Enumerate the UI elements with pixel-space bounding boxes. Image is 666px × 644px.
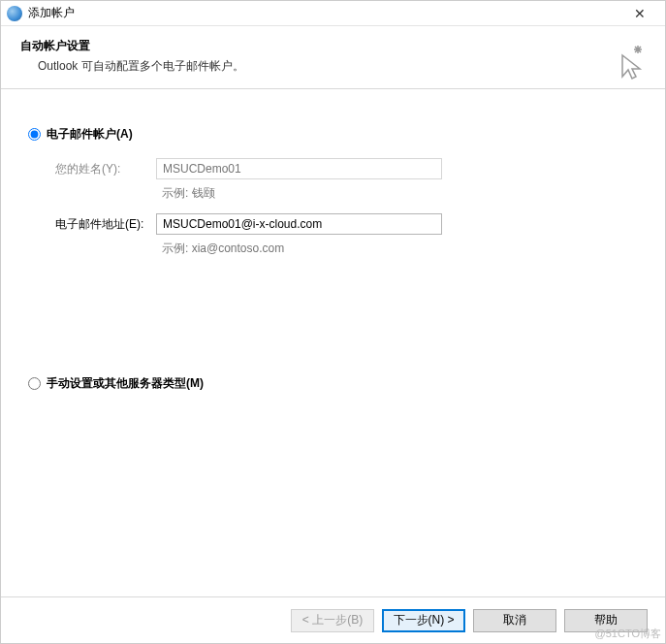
app-icon	[7, 6, 22, 21]
example-email: 示例: xia@contoso.com	[156, 239, 638, 269]
radio-manual-label: 手动设置或其他服务器类型(M)	[47, 375, 204, 392]
cursor-sparkle-icon	[609, 44, 648, 82]
label-email: 电子邮件地址(E):	[55, 216, 156, 233]
window-title: 添加帐户	[28, 5, 620, 21]
radio-email-label: 电子邮件帐户(A)	[47, 126, 133, 143]
label-name: 您的姓名(Y):	[55, 161, 156, 177]
help-button[interactable]: 帮助	[564, 609, 648, 632]
radio-manual-setup[interactable]	[28, 377, 41, 390]
email-form: 您的姓名(Y): 示例: 钱颐 电子邮件地址(E): 示例: xia@conto…	[55, 158, 638, 269]
back-button: < 上一步(B)	[291, 609, 374, 632]
option-email-account[interactable]: 电子邮件帐户(A)	[28, 126, 638, 143]
input-name	[156, 158, 442, 179]
header-heading: 自动帐户设置	[20, 38, 646, 54]
input-email[interactable]	[156, 213, 442, 235]
header-subheading: Outlook 可自动配置多个电子邮件帐户。	[38, 58, 646, 75]
radio-email-account[interactable]	[28, 128, 41, 141]
wizard-footer: < 上一步(B) 下一步(N) > 取消 帮助	[1, 596, 665, 643]
close-button[interactable]: ✕	[620, 1, 659, 26]
option-manual-setup[interactable]: 手动设置或其他服务器类型(M)	[28, 375, 638, 392]
titlebar: 添加帐户 ✕	[1, 1, 665, 26]
close-icon: ✕	[634, 6, 646, 21]
example-name: 示例: 钱颐	[156, 183, 638, 213]
cancel-button[interactable]: 取消	[473, 609, 556, 632]
row-name: 您的姓名(Y):	[55, 158, 638, 179]
wizard-header: 自动帐户设置 Outlook 可自动配置多个电子邮件帐户。	[1, 26, 665, 89]
next-button[interactable]: 下一步(N) >	[382, 609, 465, 632]
wizard-content: 电子邮件帐户(A) 您的姓名(Y): 示例: 钱颐 电子邮件地址(E): 示例:…	[1, 89, 665, 613]
row-email: 电子邮件地址(E):	[55, 213, 638, 235]
